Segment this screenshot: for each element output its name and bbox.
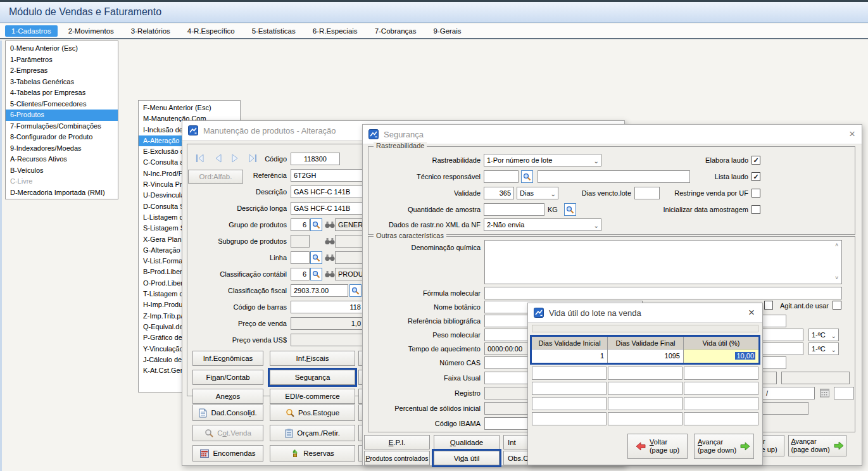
produtos-controlados-button[interactable]: Produtos controlados <box>364 451 430 465</box>
menu-item[interactable]: C-Livre <box>6 176 118 187</box>
class-contabil-field[interactable]: 6 <box>291 268 310 280</box>
search-icon[interactable] <box>349 284 362 297</box>
search-icon[interactable] <box>564 203 576 216</box>
tab[interactable]: 3-Relatórios <box>125 25 177 37</box>
field-label: Registro <box>375 387 481 399</box>
table-cell[interactable]: 1 <box>532 349 608 363</box>
menu-item[interactable]: A-Recursos Ativos <box>6 154 118 165</box>
table-cell-editing[interactable]: 10,00 <box>684 349 758 363</box>
anexos-button[interactable]: Anexos <box>192 389 263 404</box>
agitar-antes-checkbox[interactable] <box>833 301 841 310</box>
inicializar-amostragem-checkbox[interactable] <box>752 205 760 214</box>
menu-item[interactable]: 8-Configurador de Produto <box>6 132 118 143</box>
tab[interactable]: 5-Estatísticas <box>246 25 302 37</box>
codigo-field[interactable]: 118300 <box>291 153 340 165</box>
orcam-retir-button[interactable]: Orçam./Retir. <box>270 425 355 441</box>
tab[interactable]: 7-Cobranças <box>368 25 423 37</box>
menu-item[interactable]: 9-Indexadores/Moedas <box>6 143 118 154</box>
dados-rastr-select[interactable]: 2-Não envia⌄ <box>484 218 601 231</box>
table-empty-cell[interactable] <box>684 397 758 410</box>
search-icon[interactable] <box>310 268 322 280</box>
tab[interactable]: 2-Movimentos <box>62 25 120 37</box>
scroll-up-icon[interactable]: ˄ <box>835 242 838 248</box>
avancar-button[interactable]: Avançar(page down) <box>788 435 846 456</box>
restringe-venda-checkbox[interactable] <box>752 189 760 198</box>
menu-item[interactable]: 7-Formulações/Combinações <box>6 121 118 132</box>
qtd-amostra-field[interactable] <box>484 203 544 216</box>
tecnico-field[interactable] <box>484 170 519 183</box>
calendar-icon[interactable] <box>820 388 829 399</box>
grupo-field[interactable]: 6 <box>291 218 310 231</box>
inf-economicas-button[interactable]: Inf.Econômicas <box>192 351 263 366</box>
class-fiscal-field[interactable]: 2903.73.00 <box>291 284 348 297</box>
seguranca-button[interactable]: Segurança <box>270 370 355 385</box>
validade-field[interactable]: 365 <box>484 187 514 199</box>
validade-unit-select[interactable]: Dias⌄ <box>517 187 558 199</box>
qualidade-button[interactable]: Qualidade <box>434 435 500 449</box>
field-label: Dias vencto.lote <box>565 187 631 199</box>
table-empty-cell[interactable] <box>532 367 607 380</box>
search-icon[interactable] <box>310 218 322 231</box>
table-empty-cell[interactable] <box>684 367 758 380</box>
linha-field[interactable] <box>291 251 310 264</box>
table-empty-cell[interactable] <box>608 382 682 395</box>
unit-label: KG <box>548 203 564 216</box>
soluvel-agua-checkbox[interactable] <box>764 301 773 310</box>
menu-item[interactable]: 0-Menu Anterior (Esc) <box>6 43 118 54</box>
search-icon[interactable] <box>521 170 533 183</box>
formula-molecular-field[interactable] <box>484 287 842 299</box>
menu-item[interactable]: 3-Tabelas Genéricas <box>6 77 118 88</box>
avancar-button[interactable]: Avançar(page down) <box>694 434 754 459</box>
rastreabilidade-select[interactable]: 1-Por número de lote⌄ <box>484 154 601 166</box>
tab[interactable]: 4-R.Específico <box>181 25 241 37</box>
cod-barras-field[interactable]: 118 <box>291 301 364 313</box>
temp-unit-select-1[interactable]: 1-ºC⌄ <box>808 329 839 341</box>
cot-venda-button[interactable]: Cot.Venda <box>192 425 263 441</box>
denominacao-quimica-textarea[interactable] <box>484 240 842 284</box>
elabora-laudo-checkbox[interactable]: ✓ <box>752 156 760 165</box>
table-empty-cell[interactable] <box>608 397 682 410</box>
table-empty-cell[interactable] <box>532 397 607 410</box>
tab[interactable]: 1-Cadastros <box>5 25 58 37</box>
temp-unit-select-2[interactable]: 1-ºC⌄ <box>808 342 839 355</box>
table-cell[interactable]: 1095 <box>608 349 684 363</box>
table-empty-cell[interactable] <box>608 412 682 425</box>
encomendas-button[interactable]: Encomendas <box>192 445 263 462</box>
menu-item[interactable]: 5-Clientes/Fornecedores <box>6 99 118 110</box>
pos-estoque-button[interactable]: Pos.Estoque <box>270 405 355 421</box>
voltar-button[interactable]: Voltar(page up) <box>627 434 688 459</box>
column-header[interactable]: Dias Validade Final <box>608 337 684 349</box>
finan-contab-button[interactable]: Finan/Contab <box>192 370 263 385</box>
inf-fiscais-button[interactable]: Inf.Fiscais <box>270 351 355 366</box>
menu-item[interactable]: F-Menu Anterior (Esc) <box>139 103 240 113</box>
field-label: Classificação fiscal <box>182 284 287 297</box>
vida-util-button[interactable]: Vida útil <box>434 451 500 465</box>
table-empty-cell[interactable] <box>684 412 758 425</box>
reservas-button[interactable]: Reservas <box>270 445 355 462</box>
edi-ecommerce-button[interactable]: EDI/e-commerce <box>270 389 355 404</box>
epi-button[interactable]: E.P.I. <box>364 435 430 449</box>
subgrupo-field[interactable] <box>291 235 310 248</box>
table-empty-cell[interactable] <box>532 412 607 425</box>
close-icon[interactable]: × <box>746 308 757 318</box>
close-icon[interactable]: × <box>846 129 858 139</box>
aux-small-field[interactable] <box>834 387 854 399</box>
column-header[interactable]: Vida útil (%) <box>684 337 758 349</box>
table-empty-cell[interactable] <box>684 382 758 395</box>
lista-laudo-checkbox[interactable]: ✓ <box>752 172 760 181</box>
menu-item[interactable]: 2-Empresas <box>6 65 118 77</box>
dad-consolid-button[interactable]: Dad.Consolid. <box>192 405 263 421</box>
table-empty-cell[interactable] <box>532 382 607 395</box>
menu-item[interactable]: B-Veículos <box>6 165 118 177</box>
scroll-down-icon[interactable]: ˅ <box>835 275 838 281</box>
menu-item[interactable]: 6-Produtos <box>6 110 118 121</box>
menu-item[interactable]: 1-Parâmetros <box>6 54 118 66</box>
tab[interactable]: 9-Gerais <box>427 25 467 37</box>
table-empty-cell[interactable] <box>608 367 682 380</box>
column-header[interactable]: Dias Validade Inicial <box>532 337 608 349</box>
dias-vencto-field[interactable] <box>634 187 660 199</box>
search-icon[interactable] <box>310 251 322 264</box>
menu-item[interactable]: 4-Tabelas por Empresas <box>6 87 118 99</box>
menu-item[interactable]: D-Mercadoria Importada (RMI) <box>6 187 118 199</box>
tab[interactable]: 6-R.Especiais <box>306 25 364 37</box>
